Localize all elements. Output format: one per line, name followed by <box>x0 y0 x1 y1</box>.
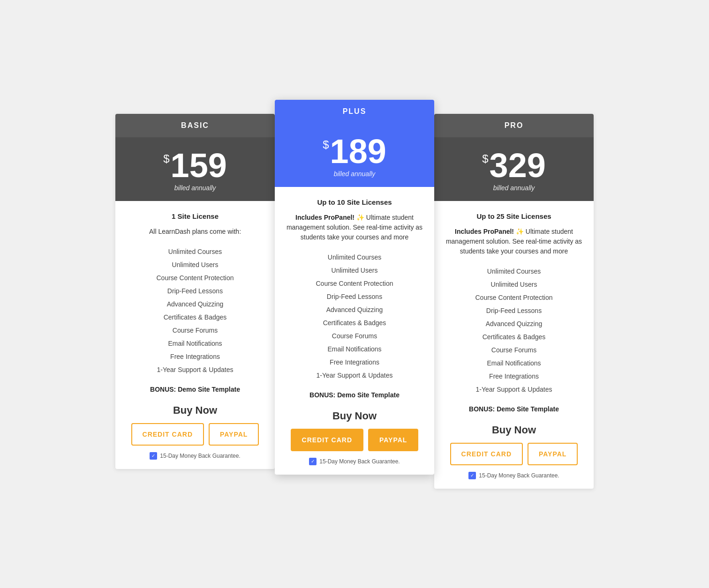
guarantee-checkbox-basic: ✓ <box>150 452 157 460</box>
plan-body-pro: Up to 25 Site Licenses Includes ProPanel… <box>434 201 594 489</box>
credit-card-button-pro[interactable]: CREDIT CARD <box>450 443 523 465</box>
plan-price-section-pro: $ 329 billed annually <box>434 137 594 201</box>
price-amount-pro: 329 <box>490 149 546 182</box>
btn-group-pro: CREDIT CARD PAYPAL <box>444 443 584 465</box>
feature-item: Certificates & Badges <box>125 311 265 324</box>
plan-card-pro: PRO $ 329 billed annually Up to 25 Site … <box>434 114 594 489</box>
feature-item: Unlimited Users <box>444 278 584 291</box>
plan-header-basic: BASIC <box>115 114 275 137</box>
plan-card-basic: BASIC $ 159 billed annually 1 Site Licen… <box>115 114 275 469</box>
buy-now-label-pro: Buy Now <box>444 424 584 436</box>
credit-card-button-basic[interactable]: CREDIT CARD <box>131 423 204 446</box>
guarantee-basic: ✓ 15-Day Money Back Guarantee. <box>125 452 265 460</box>
feature-item: Email Notifications <box>125 337 265 350</box>
feature-item: Unlimited Courses <box>444 265 584 278</box>
guarantee-checkbox-plus: ✓ <box>309 458 317 465</box>
price-row-basic: $ 159 <box>125 149 265 182</box>
plan-name-basic: BASIC <box>181 121 209 129</box>
billed-label-pro: billed annually <box>444 184 584 192</box>
feature-item: 1-Year Support & Updates <box>444 383 584 396</box>
feature-item: Advanced Quizzing <box>444 317 584 330</box>
feature-item: Drip-Feed Lessons <box>284 290 425 303</box>
plan-card-plus: PLUS $ 189 billed annually Up to 10 Site… <box>275 100 434 475</box>
feature-item: Course Content Protection <box>284 277 425 290</box>
site-license-basic: 1 Site License <box>125 212 265 220</box>
guarantee-checkbox-pro: ✓ <box>468 472 476 479</box>
plan-propanel-plus: Includes ProPanel! ✨ Ultimate student ma… <box>284 213 425 242</box>
feature-item: Advanced Quizzing <box>284 303 425 316</box>
billed-label-plus: billed annually <box>284 170 425 178</box>
plan-body-basic: 1 Site License All LearnDash plans come … <box>115 201 275 469</box>
bonus-pro: BONUS: Demo Site Template <box>444 405 584 413</box>
guarantee-plus: ✓ 15-Day Money Back Guarantee. <box>284 458 425 465</box>
paypal-button-pro[interactable]: PAYPAL <box>528 443 578 465</box>
currency-symbol-basic: $ <box>163 152 169 165</box>
feature-item: 1-Year Support & Updates <box>125 363 265 376</box>
pricing-table: BASIC $ 159 billed annually 1 Site Licen… <box>97 100 612 489</box>
plan-name-plus: PLUS <box>343 107 367 115</box>
plan-name-pro: PRO <box>505 121 524 129</box>
btn-group-plus: CREDIT CARD PAYPAL <box>284 429 425 451</box>
feature-item: Free Integrations <box>284 356 425 369</box>
currency-symbol-pro: $ <box>482 152 488 165</box>
site-license-pro: Up to 25 Site Licenses <box>444 212 584 220</box>
feature-item: Course Content Protection <box>444 291 584 304</box>
feature-item: Email Notifications <box>444 357 584 370</box>
paypal-button-basic[interactable]: PAYPAL <box>209 423 259 446</box>
credit-card-button-plus[interactable]: CREDIT CARD <box>291 429 363 451</box>
feature-item: Drip-Feed Lessons <box>125 284 265 298</box>
price-amount-basic: 159 <box>171 149 227 182</box>
plan-body-plus: Up to 10 Site Licenses Includes ProPanel… <box>275 187 434 475</box>
paypal-button-plus[interactable]: PAYPAL <box>368 429 418 451</box>
feature-item: Unlimited Users <box>284 264 425 277</box>
buy-now-label-basic: Buy Now <box>125 404 265 417</box>
plan-price-section-basic: $ 159 billed annually <box>115 137 275 201</box>
plan-header-plus: PLUS <box>275 100 434 123</box>
plan-intro-basic: All LearnDash plans come with: <box>125 227 265 237</box>
buy-now-label-plus: Buy Now <box>284 410 425 422</box>
bonus-plus: BONUS: Demo Site Template <box>284 391 425 399</box>
plan-propanel-pro: Includes ProPanel! ✨ Ultimate student ma… <box>444 227 584 256</box>
guarantee-pro: ✓ 15-Day Money Back Guarantee. <box>444 472 584 479</box>
feature-item: Course Forums <box>125 324 265 337</box>
features-list-pro: Unlimited CoursesUnlimited UsersCourse C… <box>444 265 584 396</box>
feature-item: Course Content Protection <box>125 271 265 284</box>
guarantee-text-basic: 15-Day Money Back Guarantee. <box>160 453 240 459</box>
feature-item: Free Integrations <box>444 370 584 383</box>
feature-item: Drip-Feed Lessons <box>444 304 584 317</box>
currency-symbol-plus: $ <box>323 138 329 151</box>
plan-price-section-plus: $ 189 billed annually <box>275 123 434 187</box>
features-list-plus: Unlimited CoursesUnlimited UsersCourse C… <box>284 251 425 382</box>
bonus-basic: BONUS: Demo Site Template <box>125 386 265 393</box>
site-license-plus: Up to 10 Site Licenses <box>284 198 425 206</box>
feature-item: Course Forums <box>284 329 425 342</box>
feature-item: Unlimited Courses <box>125 245 265 258</box>
feature-item: Free Integrations <box>125 350 265 363</box>
price-amount-plus: 189 <box>330 134 386 168</box>
guarantee-text-plus: 15-Day Money Back Guarantee. <box>319 458 400 465</box>
billed-label-basic: billed annually <box>125 184 265 192</box>
price-row-pro: $ 329 <box>444 149 584 182</box>
feature-item: Course Forums <box>444 343 584 357</box>
btn-group-basic: CREDIT CARD PAYPAL <box>125 423 265 446</box>
feature-item: 1-Year Support & Updates <box>284 369 425 382</box>
feature-item: Advanced Quizzing <box>125 298 265 311</box>
price-row-plus: $ 189 <box>284 134 425 168</box>
feature-item: Unlimited Users <box>125 258 265 271</box>
feature-item: Certificates & Badges <box>444 330 584 343</box>
feature-item: Unlimited Courses <box>284 251 425 264</box>
feature-item: Certificates & Badges <box>284 316 425 329</box>
plan-header-pro: PRO <box>434 114 594 137</box>
feature-item: Email Notifications <box>284 342 425 356</box>
guarantee-text-pro: 15-Day Money Back Guarantee. <box>479 472 559 479</box>
features-list-basic: Unlimited CoursesUnlimited UsersCourse C… <box>125 245 265 376</box>
